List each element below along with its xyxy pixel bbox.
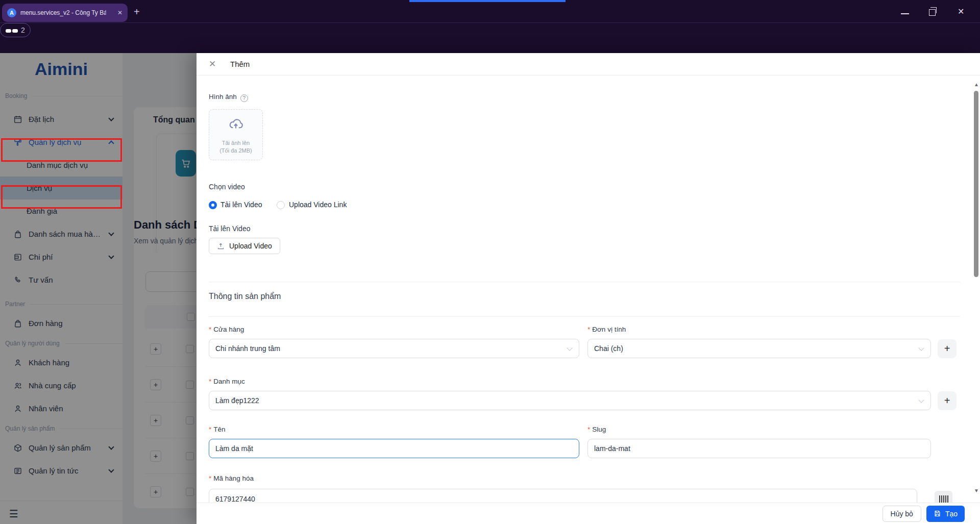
chevron-down-icon bbox=[918, 397, 924, 403]
add-service-drawer: ✕ Thêm Hình ảnh? Tải ảnh lên (Tối đa 2MB… bbox=[197, 53, 980, 524]
browser-chrome: A menu.services_v2 - Công Ty Bán ✕ + ✕ ‹… bbox=[0, 0, 980, 53]
category-select-value: Làm đẹp1222 bbox=[215, 396, 259, 405]
radio-upload-video[interactable] bbox=[209, 201, 217, 209]
window-minimize-button[interactable] bbox=[901, 13, 909, 14]
tab-favicon: A bbox=[7, 8, 16, 17]
browser-tab[interactable]: A menu.services_v2 - Công Ty Bán ✕ bbox=[2, 4, 128, 22]
drawer-title: Thêm bbox=[230, 60, 250, 68]
choose-video-label: Chọn video bbox=[209, 183, 245, 191]
upload-video-button[interactable]: Upload Video bbox=[209, 238, 280, 254]
upload-video-label: Tải lên Video bbox=[209, 224, 250, 233]
upload-hint-line1: Tải ảnh lên bbox=[219, 139, 252, 147]
glasses-icon bbox=[6, 26, 18, 35]
window-close-button[interactable]: ✕ bbox=[958, 7, 964, 16]
unit-select[interactable]: Chai (ch) bbox=[587, 339, 931, 358]
top-accent-bar bbox=[409, 0, 566, 2]
add-category-button[interactable]: + bbox=[938, 391, 957, 410]
private-window-badge[interactable]: 2 bbox=[0, 23, 31, 37]
image-label: Hình ảnh? bbox=[209, 93, 248, 102]
image-upload-dropzone[interactable]: Tải ảnh lên (Tối đa 2MB) bbox=[209, 109, 263, 160]
drawer-footer: Hủy bỏ Tạo bbox=[197, 503, 980, 524]
scrollbar-thumb[interactable] bbox=[974, 91, 978, 277]
name-input[interactable] bbox=[209, 439, 579, 458]
close-icon[interactable]: ✕ bbox=[209, 59, 216, 69]
store-select-value: Chi nhánh trung tâm bbox=[215, 344, 280, 353]
add-unit-button[interactable]: + bbox=[938, 339, 957, 358]
new-tab-button[interactable]: + bbox=[134, 6, 140, 18]
store-select[interactable]: Chi nhánh trung tâm bbox=[209, 339, 579, 358]
upload-hint-line2: (Tối đa 2MB) bbox=[219, 147, 252, 155]
divider bbox=[209, 282, 960, 282]
scrollbar-down-arrow[interactable]: ▼ bbox=[974, 488, 979, 493]
scrollbar-up-arrow[interactable]: ▲ bbox=[974, 82, 979, 87]
upload-icon bbox=[217, 242, 225, 250]
private-window-count: 2 bbox=[21, 26, 25, 34]
chevron-down-icon bbox=[567, 345, 572, 351]
save-icon bbox=[934, 510, 941, 517]
chevron-down-icon bbox=[918, 345, 924, 351]
name-label: *Tên bbox=[209, 426, 226, 433]
radio-upload-video-link[interactable] bbox=[277, 201, 285, 209]
cloud-upload-icon bbox=[228, 117, 243, 132]
cancel-button[interactable]: Hủy bỏ bbox=[883, 506, 921, 522]
sku-input[interactable] bbox=[209, 489, 917, 503]
unit-select-value: Chai (ch) bbox=[594, 344, 623, 353]
unit-label: *Đơn vị tính bbox=[587, 326, 626, 333]
tab-close-icon[interactable]: ✕ bbox=[117, 9, 122, 16]
annotation-box-quan-ly-dich-vu bbox=[1, 138, 122, 162]
barcode-icon bbox=[939, 495, 948, 503]
window-restore-button[interactable] bbox=[929, 9, 936, 16]
help-icon[interactable]: ? bbox=[240, 94, 248, 102]
divider bbox=[209, 316, 960, 317]
slug-label: *Slug bbox=[587, 426, 606, 433]
annotation-box-dich-vu bbox=[1, 185, 122, 209]
drawer-header: ✕ Thêm bbox=[197, 53, 980, 76]
category-select[interactable]: Làm đẹp1222 bbox=[209, 391, 931, 410]
barcode-scan-button[interactable] bbox=[935, 491, 952, 503]
radio-upload-video-link-label[interactable]: Upload Video Link bbox=[289, 201, 347, 209]
category-label: *Danh mục bbox=[209, 378, 245, 385]
slug-input[interactable] bbox=[587, 439, 931, 458]
radio-upload-video-label[interactable]: Tải lên Video bbox=[220, 201, 262, 209]
product-info-title: Thông tin sản phẩm bbox=[209, 292, 281, 301]
app-area: Aimini Booking Đặt lịch Quản lý dịch vụ … bbox=[0, 53, 980, 524]
browser-toolbar: ‹ › ⟳ admin.aimini.vn/admin/services/v2 bbox=[0, 22, 980, 53]
sku-label: *Mã hàng hóa bbox=[209, 475, 254, 482]
store-label: *Cửa hàng bbox=[209, 326, 244, 333]
tab-title: menu.services_v2 - Công Ty Bán bbox=[20, 9, 106, 16]
create-button[interactable]: Tạo bbox=[926, 506, 965, 522]
drawer-body: Hình ảnh? Tải ảnh lên (Tối đa 2MB) Chọn … bbox=[197, 76, 980, 503]
